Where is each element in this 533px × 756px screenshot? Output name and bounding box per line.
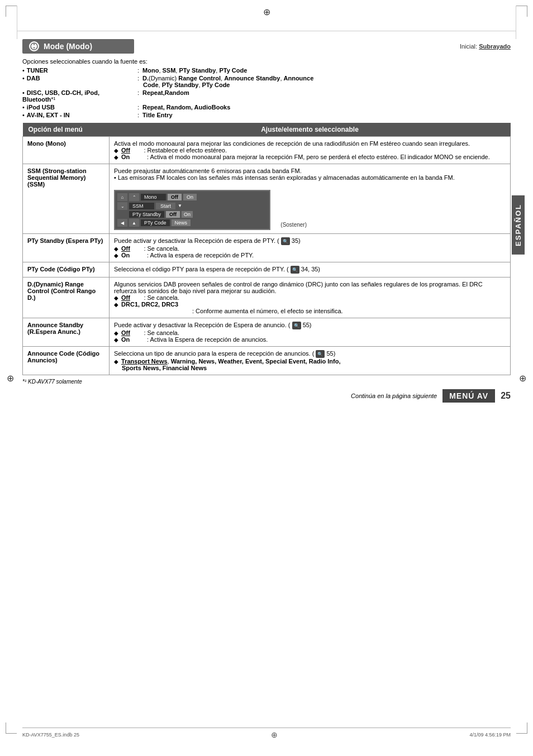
term-announce-code: Announce Code (Código Anuncios) — [23, 347, 110, 375]
reg-mark-top: ⊕ — [263, 7, 270, 17]
bottom-right-text: 4/1/09 4:56:19 PM — [469, 732, 511, 738]
source-ipod-values: :Repeat, Random, AudioBooks — [134, 104, 511, 111]
table-row-ssm: SSM (Strong-station Sequential Memory) (… — [23, 164, 511, 234]
source-dab-values: :D.(Dynamic) Range Control, Announce Sta… — [134, 75, 511, 88]
main-table: Opción del menú Ajuste/elemento seleccio… — [22, 123, 511, 375]
search-icon-announce: 🔍 — [292, 322, 301, 329]
source-avin-values: :Title Entry — [134, 112, 511, 118]
source-disc: •DISC, USB, CD-CH, iPod, Bluetooth*¹ — [22, 89, 134, 103]
continues-row: Continúa en la página siguiente MENÚ AV … — [22, 389, 511, 403]
reg-mark-left: ⊕ — [7, 373, 14, 384]
term-pty-code: PTy Code (Código PTy) — [23, 262, 110, 277]
menu-av-box: MENÚ AV — [442, 389, 495, 403]
subrayado-text: Subrayado — [479, 43, 511, 50]
table-row-pty-standby: PTy Standby (Espera PTy) Puede activar y… — [23, 234, 511, 262]
mode-title-text: Mode (Modo) — [44, 42, 92, 51]
bottom-left-text: KD-AVX7755_ES.indb 25 — [22, 732, 79, 738]
corner-mark-br — [516, 722, 527, 734]
table-row-announce-code: Announce Code (Código Anuncios) Seleccio… — [23, 347, 511, 375]
table-row-mono: Mono (Mono) Activa el modo monoaural par… — [23, 137, 511, 164]
bottom-bar: KD-AVX7755_ES.indb 25 ⊕ 4/1/09 4:56:19 P… — [22, 728, 511, 739]
source-dab: •DAB — [22, 75, 134, 88]
mode-header-row: Mode (Modo) Inicial: Subrayado — [22, 39, 511, 54]
side-line-right — [516, 6, 516, 39]
options-intro: Opciones seleccionables cuando la fuente… — [22, 58, 511, 65]
sostener-label: (Sostener) — [280, 222, 307, 228]
search-icon-pty-code: 🔍 — [291, 266, 299, 274]
corner-mark-bl — [6, 722, 17, 734]
desc-mono: Activa el modo monoaural para mejorar la… — [110, 137, 511, 164]
term-mono: Mono (Mono) — [23, 137, 110, 164]
term-drc: D.(Dynamic) Range Control (Control Rango… — [23, 277, 110, 318]
page-number: 25 — [501, 391, 511, 401]
source-tuner: •TUNER — [22, 67, 134, 74]
table-header-col2: Ajuste/elemento seleccionable — [110, 123, 511, 137]
source-avin: •AV-IN, EXT - IN — [22, 112, 134, 118]
top-line — [17, 31, 516, 31]
corner-mark-tl — [6, 6, 17, 17]
search-icon-announce-code: 🔍 — [316, 350, 325, 358]
footnote: *¹ KD-AVX77 solamente — [22, 379, 511, 385]
main-content: Mode (Modo) Inicial: Subrayado Opciones … — [22, 39, 511, 403]
bottom-center-mark: ⊕ — [271, 730, 278, 739]
side-line-left — [17, 6, 17, 39]
source-disc-values: :Repeat,Random — [134, 89, 511, 103]
desc-announce-standby: Puede activar y desactivar la Recepción … — [110, 318, 511, 347]
source-ipod: •iPod USB — [22, 104, 134, 111]
corner-mark-tr — [516, 6, 527, 17]
desc-pty-code: Selecciona el código PTY para la espera … — [110, 262, 511, 277]
term-ssm: SSM (Strong-station Sequential Memory) (… — [23, 164, 110, 234]
desc-pty-standby: Puede activar y desactivar la Recepción … — [110, 234, 511, 262]
table-row-announce-standby: Announce Standby (R.Espera Anunc.) Puede… — [23, 318, 511, 347]
search-icon-pty: 🔍 — [281, 237, 290, 245]
mode-title-box: Mode (Modo) — [22, 39, 134, 54]
continua-text: Continúa en la página siguiente — [351, 393, 437, 399]
term-announce-standby: Announce Standby (R.Espera Anunc.) — [23, 318, 110, 347]
term-pty-standby: PTy Standby (Espera PTy) — [23, 234, 110, 262]
table-row-pty-code: PTy Code (Código PTy) Selecciona el códi… — [23, 262, 511, 277]
table-header-col1: Opción del menú — [23, 123, 110, 137]
mode-icon — [29, 41, 39, 51]
source-tuner-values: :Mono, SSM, PTy Standby, PTy Code — [134, 67, 511, 74]
desc-ssm: Puede preajustar automáticamente 6 emiso… — [110, 164, 511, 234]
options-section: Opciones seleccionables cuando la fuente… — [22, 58, 511, 118]
desc-announce-code: Selecciona un tipo de anuncio para la es… — [110, 347, 511, 375]
desc-drc: Algunos servicios DAB proveen señales de… — [110, 277, 511, 318]
reg-mark-right: ⊕ — [519, 373, 526, 384]
table-row-drc: D.(Dynamic) Range Control (Control Rango… — [23, 277, 511, 318]
espanol-sidebar: ESPAÑOL — [512, 195, 525, 255]
inicial-text: Inicial: Subrayado — [460, 43, 511, 50]
